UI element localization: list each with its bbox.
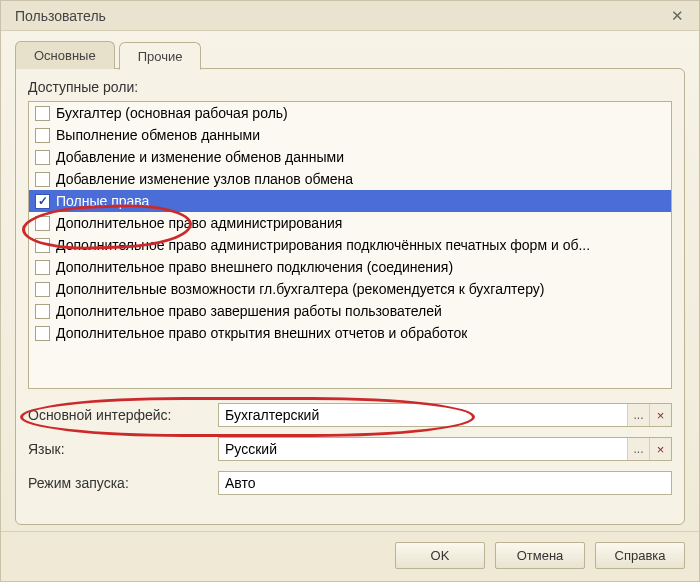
language-label: Язык:	[28, 441, 218, 457]
launch-field-wrap	[218, 471, 672, 495]
role-label: Дополнительное право администрирования	[56, 215, 342, 231]
role-checkbox[interactable]	[35, 216, 50, 231]
role-item[interactable]: Дополнительное право завершения работы п…	[29, 300, 671, 322]
language-field[interactable]	[219, 438, 627, 460]
language-select-button[interactable]: ...	[627, 438, 649, 460]
role-label: Бухгалтер (основная рабочая роль)	[56, 105, 288, 121]
tab-strip: Основные Прочие	[15, 41, 685, 69]
role-item[interactable]: Дополнительные возможности гл.бухгалтера…	[29, 278, 671, 300]
role-label: Дополнительное право администрирования п…	[56, 237, 590, 253]
role-item[interactable]: Выполнение обменов данными	[29, 124, 671, 146]
content-area: Основные Прочие Доступные роли: Бухгалте…	[1, 31, 699, 531]
role-item[interactable]: Дополнительное право администрирования	[29, 212, 671, 234]
roles-label: Доступные роли:	[28, 79, 672, 95]
help-button[interactable]: Справка	[595, 542, 685, 569]
role-checkbox[interactable]	[35, 172, 50, 187]
role-label: Дополнительное право внешнего подключени…	[56, 259, 453, 275]
ok-button[interactable]: OK	[395, 542, 485, 569]
role-checkbox[interactable]	[35, 282, 50, 297]
language-clear-button[interactable]: ×	[649, 438, 671, 460]
role-item[interactable]: ✓Полные права	[29, 190, 671, 212]
roles-list-wrap: Бухгалтер (основная рабочая роль)Выполне…	[28, 101, 672, 389]
role-item[interactable]: Дополнительное право администрирования п…	[29, 234, 671, 256]
row-main-interface: Основной интерфейс: ... ×	[28, 403, 672, 427]
role-checkbox[interactable]	[35, 326, 50, 341]
role-label: Дополнительные возможности гл.бухгалтера…	[56, 281, 544, 297]
language-field-wrap: ... ×	[218, 437, 672, 461]
role-checkbox[interactable]	[35, 260, 50, 275]
launch-label: Режим запуска:	[28, 475, 218, 491]
role-checkbox[interactable]: ✓	[35, 194, 50, 209]
cancel-button[interactable]: Отмена	[495, 542, 585, 569]
interface-select-button[interactable]: ...	[627, 404, 649, 426]
interface-clear-button[interactable]: ×	[649, 404, 671, 426]
role-label: Добавление и изменение обменов данными	[56, 149, 344, 165]
role-label: Выполнение обменов данными	[56, 127, 260, 143]
role-label: Дополнительное право завершения работы п…	[56, 303, 442, 319]
interface-field[interactable]	[219, 404, 627, 426]
interface-field-wrap: ... ×	[218, 403, 672, 427]
tab-main[interactable]: Основные	[15, 41, 115, 69]
role-checkbox[interactable]	[35, 106, 50, 121]
role-label: Добавление изменение узлов планов обмена	[56, 171, 353, 187]
role-item[interactable]: Бухгалтер (основная рабочая роль)	[29, 102, 671, 124]
role-checkbox[interactable]	[35, 238, 50, 253]
tab-pane-other: Доступные роли: Бухгалтер (основная рабо…	[15, 68, 685, 525]
role-item[interactable]: Дополнительное право открытия внешних от…	[29, 322, 671, 344]
tab-other[interactable]: Прочие	[119, 42, 202, 70]
role-item[interactable]: Дополнительное право внешнего подключени…	[29, 256, 671, 278]
close-icon: ✕	[671, 7, 684, 25]
role-item[interactable]: Добавление изменение узлов планов обмена	[29, 168, 671, 190]
button-bar: OK Отмена Справка	[1, 531, 699, 581]
user-settings-window: Пользователь ✕ Основные Прочие Доступные…	[0, 0, 700, 582]
window-title: Пользователь	[15, 8, 106, 24]
role-checkbox[interactable]	[35, 304, 50, 319]
titlebar: Пользователь ✕	[1, 1, 699, 31]
row-language: Язык: ... ×	[28, 437, 672, 461]
interface-label: Основной интерфейс:	[28, 407, 218, 423]
role-label: Полные права	[56, 193, 149, 209]
roles-listbox[interactable]: Бухгалтер (основная рабочая роль)Выполне…	[28, 101, 672, 389]
close-button[interactable]: ✕	[663, 5, 691, 27]
role-checkbox[interactable]	[35, 150, 50, 165]
role-item[interactable]: Добавление и изменение обменов данными	[29, 146, 671, 168]
form-rows: Основной интерфейс: ... × Язык: ... ×	[28, 403, 672, 505]
row-launch-mode: Режим запуска:	[28, 471, 672, 495]
role-label: Дополнительное право открытия внешних от…	[56, 325, 467, 341]
launch-field[interactable]	[219, 472, 671, 494]
role-checkbox[interactable]	[35, 128, 50, 143]
